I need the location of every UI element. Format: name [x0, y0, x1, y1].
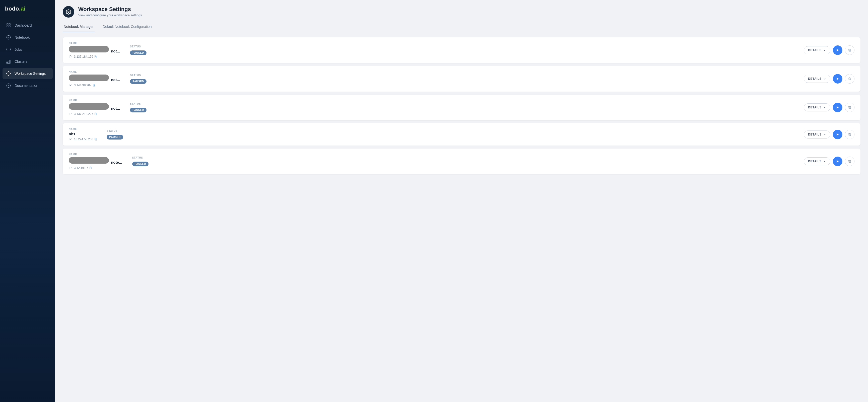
chevron-down-icon-5	[823, 160, 826, 163]
card-name-section-5: NAME note... IP: 3.12.161.7 ⎘	[69, 153, 122, 169]
logo-text: bodo.ai	[5, 5, 26, 12]
notebook-card-3: NAME not... IP: 3.137.218.227 ⎘ STATUS P…	[63, 95, 861, 120]
svg-marker-12	[837, 49, 839, 52]
svg-rect-2	[7, 26, 8, 27]
notebook-name-suffix-5: note...	[111, 160, 122, 164]
card-actions-1: DETAILS	[804, 45, 855, 55]
card-ip-3: IP: 3.137.218.227 ⎘	[69, 112, 120, 116]
status-label-3: STATUS	[130, 102, 147, 105]
chevron-down-icon-3	[823, 106, 826, 109]
trash-icon-5	[848, 160, 851, 163]
ip-prefix-5: IP:	[69, 166, 72, 169]
page-header-icon	[63, 6, 74, 18]
card-left-4: NAME nb1 IP: 18.224.53.236 ⎘ STATUS PAUS…	[69, 128, 798, 141]
sidebar-item-documentation-label: Documentation	[14, 84, 38, 88]
sidebar-item-documentation[interactable]: Documentation	[2, 80, 53, 91]
svg-point-11	[68, 11, 69, 12]
svg-point-4	[7, 36, 10, 39]
copy-icon-1[interactable]: ⎘	[95, 55, 97, 59]
page-title: Workspace Settings	[78, 6, 143, 12]
jobs-icon	[6, 47, 11, 52]
card-ip-2: IP: 3.144.98.207 ⎘	[69, 83, 120, 87]
delete-button-2[interactable]	[845, 74, 855, 84]
card-status-section-2: STATUS PAUSED	[130, 74, 147, 84]
delete-button-1[interactable]	[845, 45, 855, 55]
play-button-2[interactable]	[833, 74, 842, 84]
tab-notebook-manager[interactable]: Notebook Manager	[63, 22, 95, 32]
card-actions-3: DETAILS	[804, 103, 855, 112]
page-header-text: Workspace Settings View and configure yo…	[78, 6, 143, 17]
play-icon-3	[836, 106, 839, 109]
details-button-5[interactable]: DETAILS	[804, 157, 830, 165]
tab-default-notebook-config[interactable]: Default Notebook Configuration	[102, 22, 153, 32]
play-button-5[interactable]	[833, 157, 842, 166]
details-button-2[interactable]: DETAILS	[804, 75, 830, 83]
details-button-1[interactable]: DETAILS	[804, 46, 830, 54]
copy-icon-3[interactable]: ⎘	[95, 112, 97, 116]
name-label-1: NAME	[69, 42, 120, 45]
clusters-icon	[6, 59, 11, 64]
card-name-section-2: NAME not... IP: 3.144.98.207 ⎘	[69, 70, 120, 87]
notebook-name-suffix-2: not...	[111, 78, 120, 82]
card-status-section-1: STATUS PAUSED	[130, 45, 147, 55]
trash-icon-1	[848, 49, 851, 52]
ip-prefix-4: IP:	[69, 137, 72, 141]
chevron-down-icon-2	[823, 77, 826, 80]
notebook-name-redacted-1	[69, 46, 109, 53]
card-ip-1: IP: 3.137.184.179 ⎘	[69, 55, 120, 59]
sidebar-item-clusters[interactable]: Clusters	[2, 56, 53, 67]
sidebar-item-workspace-settings[interactable]: Workspace Settings	[2, 68, 53, 79]
page-header: Workspace Settings View and configure yo…	[55, 0, 868, 18]
ip-value-5: 3.12.161.7	[74, 166, 88, 169]
details-button-3[interactable]: DETAILS	[804, 103, 830, 112]
card-ip-5: IP: 3.12.161.7 ⎘	[69, 166, 122, 169]
card-ip-4: IP: 18.224.53.236 ⎘	[69, 137, 97, 141]
name-label-4: NAME	[69, 128, 97, 130]
delete-button-4[interactable]	[845, 130, 855, 139]
card-actions-2: DETAILS	[804, 74, 855, 84]
play-icon-2	[836, 77, 839, 81]
play-icon-1	[836, 49, 839, 52]
notebook-name-redacted-2	[69, 74, 109, 81]
chevron-down-icon-1	[823, 49, 826, 52]
status-label-4: STATUS	[106, 129, 123, 132]
ip-prefix-3: IP:	[69, 112, 72, 116]
copy-icon-5[interactable]: ⎘	[90, 166, 92, 169]
chevron-down-icon-4	[823, 133, 826, 136]
svg-marker-14	[837, 106, 839, 109]
delete-button-3[interactable]	[845, 103, 855, 112]
details-label-5: DETAILS	[808, 160, 822, 163]
sidebar-item-workspace-settings-label: Workspace Settings	[14, 71, 46, 75]
workspace-settings-icon	[6, 71, 11, 76]
play-button-4[interactable]	[833, 130, 842, 139]
card-name-section-4: NAME nb1 IP: 18.224.53.236 ⎘	[69, 128, 97, 141]
details-label-1: DETAILS	[808, 49, 822, 52]
svg-rect-1	[9, 24, 10, 25]
svg-rect-7	[8, 61, 9, 63]
play-button-3[interactable]	[833, 103, 842, 112]
sidebar-item-jobs-label: Jobs	[14, 48, 22, 52]
card-status-section-3: STATUS PAUSED	[130, 102, 147, 113]
notebook-card-1: NAME not... IP: 3.137.184.179 ⎘ STATUS P…	[63, 37, 861, 63]
card-name-section-3: NAME not... IP: 3.137.218.227 ⎘	[69, 99, 120, 116]
details-button-4[interactable]: DETAILS	[804, 130, 830, 138]
trash-icon-4	[848, 133, 851, 136]
details-label-3: DETAILS	[808, 106, 822, 109]
copy-icon-2[interactable]: ⎘	[93, 83, 95, 87]
notebook-card-5: NAME note... IP: 3.12.161.7 ⎘ STATUS PAU…	[63, 149, 861, 174]
ip-value-2: 3.144.98.207	[74, 84, 92, 87]
sidebar-item-notebook[interactable]: Notebook	[2, 32, 53, 43]
documentation-icon	[6, 83, 11, 88]
notebook-icon	[6, 35, 11, 40]
delete-button-5[interactable]	[845, 157, 855, 166]
dashboard-icon	[6, 23, 11, 28]
copy-icon-4[interactable]: ⎘	[95, 137, 97, 141]
ip-value-4: 18.224.53.236	[74, 137, 93, 141]
play-button-1[interactable]	[833, 45, 842, 55]
notebook-card-2: NAME not... IP: 3.144.98.207 ⎘ STATUS PA…	[63, 66, 861, 92]
card-left-3: NAME not... IP: 3.137.218.227 ⎘ STATUS P…	[69, 99, 798, 116]
notebook-name-suffix-1: not...	[111, 49, 120, 53]
sidebar-item-dashboard[interactable]: Dashboard	[2, 20, 53, 31]
sidebar-item-jobs[interactable]: Jobs	[2, 44, 53, 55]
tabs: Notebook Manager Default Notebook Config…	[55, 18, 868, 32]
